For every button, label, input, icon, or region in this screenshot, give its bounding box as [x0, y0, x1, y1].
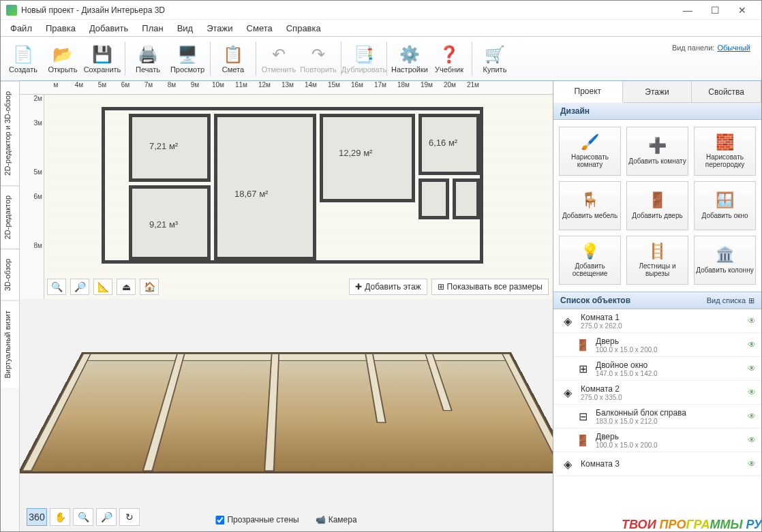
window-title: Новый проект - Дизайн Интерьера 3D: [21, 5, 165, 15]
visibility-icon[interactable]: 👁: [748, 316, 756, 326]
tool-Лестницы и вырезы[interactable]: 🪜Лестницы и вырезы: [626, 236, 688, 285]
minimize-button[interactable]: —: [674, 1, 701, 20]
object-icon: ◈: [559, 455, 577, 473]
object-item[interactable]: ◈Комната 3👁: [553, 452, 761, 476]
plan-tools: 🔍 🔎 📐 ⏏ 🏠: [47, 279, 159, 295]
Создать-icon: 📄: [12, 44, 34, 65]
left-tabs: 2D-редактор и 3D-обзор2D-редактор3D-обзо…: [1, 81, 20, 531]
Смета-icon: 📋: [222, 44, 244, 65]
ruler-horizontal: м4м5м6м7м8м9м10м11м12м13м14м15м16м17м18м…: [20, 81, 553, 95]
object-item[interactable]: 🚪Дверь100.0 x 15.0 x 200.0👁: [553, 333, 761, 357]
Настройки-icon: ⚙️: [399, 44, 421, 65]
toolbar-Печать[interactable]: 🖨️Печать: [128, 38, 168, 79]
visibility-icon[interactable]: 👁: [748, 388, 756, 397]
reset-view-button[interactable]: ↻: [119, 508, 140, 526]
menubar: ФайлПравкаДобавитьПланВидЭтажиСметаСправ…: [1, 20, 761, 36]
tool-Добавить колонну[interactable]: 🏛️Добавить колонну: [694, 236, 756, 285]
right-tab-Свойства[interactable]: Свойства: [692, 81, 761, 102]
panel-mode-link[interactable]: Обычный: [717, 44, 750, 52]
Отменить-icon: ↶: [268, 44, 290, 65]
object-icon: 🚪: [574, 431, 592, 449]
object-item[interactable]: ◈Комната 2275.0 x 335.0👁: [553, 381, 761, 405]
toolbar-Открыть[interactable]: 📂Открыть: [43, 38, 82, 79]
object-list-title: Список объектов: [560, 296, 630, 305]
Учебник-icon: ❓: [438, 44, 460, 65]
zoom-out-button[interactable]: 🔍: [47, 279, 66, 295]
menu-Справка[interactable]: Справка: [281, 22, 326, 35]
toolbar-Повторить: ↷Повторить: [299, 38, 338, 79]
tool-Добавить дверь[interactable]: 🚪Добавить дверь: [626, 181, 688, 230]
tool-grid: 🖌️Нарисовать комнату➕Добавить комнату🧱На…: [553, 120, 761, 292]
toolbar-Учебник[interactable]: ❓Учебник: [429, 38, 469, 79]
measure-button[interactable]: 📐: [93, 279, 112, 295]
menu-Этажи[interactable]: Этажи: [201, 22, 238, 35]
Дублировать-icon: 📑: [353, 44, 375, 65]
toolbar-Настройки[interactable]: ⚙️Настройки: [390, 38, 429, 79]
menu-План[interactable]: План: [136, 22, 168, 35]
zoom-in-3d-button[interactable]: 🔎: [96, 508, 117, 526]
home-button[interactable]: ⏏: [117, 279, 136, 295]
view-type-toggle[interactable]: Вид списка ⊞: [707, 296, 755, 305]
maximize-button[interactable]: ☐: [701, 1, 729, 20]
object-list[interactable]: ◈Комната 1275.0 x 262.0👁🚪Дверь100.0 x 15…: [553, 309, 761, 531]
menu-Правка[interactable]: Правка: [40, 22, 81, 35]
toolbar-Смета[interactable]: 📋Смета: [213, 38, 253, 79]
right-tab-Этажи[interactable]: Этажи: [623, 81, 692, 102]
toolbar: 📄Создать📂Открыть💾Сохранить🖨️Печать🖥️Прос…: [1, 36, 761, 81]
left-tab-0[interactable]: 2D-редактор и 3D-обзор: [1, 81, 19, 185]
zoom-in-button[interactable]: 🔎: [70, 279, 89, 295]
toolbar-Сохранить[interactable]: 💾Сохранить: [82, 38, 122, 79]
left-tab-2[interactable]: 3D-обзор: [1, 249, 19, 300]
tool-Добавить комнату[interactable]: ➕Добавить комнату: [626, 127, 688, 176]
right-panel: ПроектЭтажиСвойства Дизайн 🖌️Нарисовать …: [553, 81, 761, 531]
transparent-walls-checkbox[interactable]: Прозрачные стены: [215, 515, 299, 525]
tool-Добавить окно[interactable]: 🪟Добавить окно: [694, 181, 756, 230]
plan-2d-area[interactable]: 2м3м5м6м8м 7,21 м² 18,67 м² 12,29 м² 6,1…: [20, 95, 553, 299]
Печать-icon: 🖨️: [137, 44, 159, 65]
menu-Добавить[interactable]: Добавить: [84, 22, 134, 35]
visibility-icon[interactable]: 👁: [748, 459, 756, 469]
visibility-icon[interactable]: 👁: [748, 340, 756, 349]
titlebar: Новый проект - Дизайн Интерьера 3D — ☐ ✕: [1, 1, 761, 20]
object-item[interactable]: ⊞Двойное окно147.0 x 15.0 x 142.0👁: [553, 357, 761, 381]
tool-Нарисовать перегородку[interactable]: 🧱Нарисовать перегородку: [694, 127, 756, 176]
zoom-out-3d-button[interactable]: 🔍: [73, 508, 93, 526]
object-item[interactable]: ◈Комната 1275.0 x 262.0👁: [553, 309, 761, 333]
toolbar-Просмотр[interactable]: 🖥️Просмотр: [168, 38, 207, 79]
Купить-icon: 🛒: [484, 44, 506, 65]
visibility-icon[interactable]: 👁: [748, 435, 756, 445]
tool-Добавить мебель[interactable]: 🪑Добавить мебель: [559, 181, 621, 230]
toolbar-Создать[interactable]: 📄Создать: [3, 38, 43, 79]
tool-Нарисовать комнату[interactable]: 🖌️Нарисовать комнату: [559, 127, 621, 176]
object-item[interactable]: ⊟Балконный блок справа183.0 x 15.0 x 212…: [553, 405, 761, 428]
show-sizes-button[interactable]: ⊞Показывать все размеры: [431, 279, 549, 295]
view-3d-area[interactable]: 360 ✋ 🔍 🔎 ↻ Прозрачные стены 📹 Камера: [20, 299, 553, 531]
toolbar-Купить[interactable]: 🛒Купить: [475, 38, 515, 79]
Повторить-icon: ↷: [307, 44, 329, 65]
3d-render: [20, 352, 553, 473]
camera-toggle[interactable]: 📹 Камера: [316, 515, 357, 525]
tool-icon: 🪜: [648, 243, 667, 260]
right-tab-Проект[interactable]: Проект: [553, 81, 623, 103]
floorplan[interactable]: 7,21 м² 18,67 м² 12,29 м² 6,16 м² 9,21 м…: [102, 107, 483, 264]
rotate360-button[interactable]: 360: [27, 508, 47, 526]
pan-button[interactable]: ✋: [50, 508, 70, 526]
tool-Добавить освещение[interactable]: 💡Добавить освещение: [559, 236, 621, 285]
left-tab-1[interactable]: 2D-редактор: [1, 185, 19, 249]
object-icon: ◈: [559, 384, 577, 401]
visibility-icon[interactable]: 👁: [748, 411, 756, 421]
app-icon: [6, 5, 17, 16]
tool-icon: 🧱: [716, 134, 734, 151]
left-tab-3[interactable]: Виртуальный визит: [1, 300, 19, 388]
home-view-button[interactable]: 🏠: [140, 279, 159, 295]
visibility-icon[interactable]: 👁: [748, 364, 756, 373]
menu-Файл[interactable]: Файл: [5, 22, 37, 35]
close-button[interactable]: ✕: [729, 1, 756, 20]
menu-Смета[interactable]: Смета: [241, 22, 278, 35]
object-icon: ◈: [559, 312, 577, 330]
toolbar-Дублировать: 📑Дублировать: [344, 38, 384, 79]
menu-Вид[interactable]: Вид: [172, 22, 199, 35]
object-item[interactable]: 🚪Дверь100.0 x 15.0 x 200.0👁: [553, 428, 761, 452]
tool-icon: 🪟: [716, 192, 734, 208]
add-floor-button[interactable]: ✚Добавить этаж: [349, 279, 427, 295]
